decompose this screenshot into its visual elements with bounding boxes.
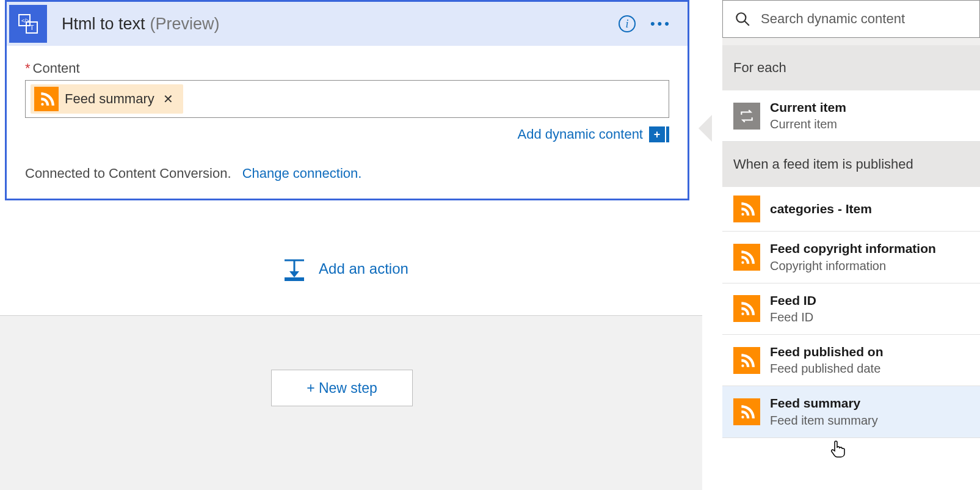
section-feed: When a feed item is published (722, 142, 980, 187)
content-label: *Content (25, 60, 669, 76)
change-connection-link[interactable]: Change connection. (242, 166, 362, 181)
svg-line-9 (744, 21, 749, 26)
card-subtitle: (Preview) (150, 15, 220, 34)
token-label: Feed summary (65, 91, 154, 107)
callout-arrow (699, 115, 712, 142)
svg-text:T: T (30, 24, 34, 31)
html-to-text-icon: </> T (9, 5, 47, 43)
rss-icon (34, 87, 59, 111)
search-box[interactable] (722, 0, 980, 38)
dc-sub: Current item (770, 116, 846, 133)
search-input[interactable] (761, 11, 968, 27)
info-icon[interactable]: i (619, 15, 636, 32)
new-step-button[interactable]: + New step (271, 370, 413, 406)
dc-sub: Feed item summary (770, 412, 878, 429)
dc-item-copyright[interactable]: Feed copyright information Copyright inf… (722, 232, 980, 283)
svg-rect-7 (285, 277, 304, 281)
rss-icon (733, 244, 760, 271)
more-icon[interactable]: ••• (650, 16, 672, 32)
card-title: Html to text (62, 15, 145, 34)
add-dynamic-row: Add dynamic content + (25, 126, 669, 142)
add-action-button[interactable]: Add an action (0, 255, 689, 282)
action-card: </> T Html to text (Preview) i ••• *Cont… (5, 0, 689, 200)
add-dynamic-bar (666, 126, 669, 142)
rss-icon (733, 398, 760, 425)
loop-icon (733, 103, 760, 130)
add-dynamic-content-link[interactable]: Add dynamic content (518, 126, 643, 142)
add-action-label: Add an action (319, 260, 408, 277)
rss-icon (733, 347, 760, 374)
dc-title: categories - Item (770, 200, 872, 218)
add-action-icon (281, 255, 308, 282)
svg-point-8 (736, 13, 746, 22)
dc-title: Current item (770, 99, 846, 116)
add-dynamic-plus-icon[interactable]: + (649, 126, 665, 142)
token-remove-icon[interactable]: ✕ (161, 92, 176, 106)
dc-title: Feed ID (770, 292, 816, 309)
search-icon (734, 10, 751, 27)
dc-item-published-on[interactable]: Feed published on Feed published date (722, 335, 980, 386)
connected-text: Connected to Content Conversion. (25, 166, 231, 181)
card-body: *Content Feed summary ✕ Add dynamic cont… (7, 46, 688, 199)
card-header: </> T Html to text (Preview) i ••• (7, 2, 688, 46)
connection-row: Connected to Content Conversion. Change … (25, 166, 669, 181)
dc-sub: Copyright information (770, 258, 936, 274)
rss-icon (733, 295, 760, 322)
dc-sub: Feed ID (770, 309, 816, 326)
dc-item-feed-summary[interactable]: Feed summary Feed item summary (722, 386, 980, 437)
dc-title: Feed summary (770, 395, 878, 412)
dc-item-feed-id[interactable]: Feed ID Feed ID (722, 283, 980, 335)
dc-sub: Feed published date (770, 360, 884, 377)
svg-marker-6 (289, 271, 299, 277)
content-input[interactable]: Feed summary ✕ (25, 80, 669, 118)
dc-item-categories[interactable]: categories - Item (722, 187, 980, 232)
section-for-each: For each (722, 45, 980, 90)
svg-text:</>: </> (21, 18, 29, 24)
dynamic-content-panel: For each Current item Current item When … (722, 0, 980, 490)
rss-icon (733, 196, 760, 222)
dc-title: Feed copyright information (770, 240, 936, 257)
dc-item-current-item[interactable]: Current item Current item (722, 90, 980, 142)
dc-title: Feed published on (770, 343, 884, 360)
token-feed-summary[interactable]: Feed summary ✕ (31, 84, 183, 114)
